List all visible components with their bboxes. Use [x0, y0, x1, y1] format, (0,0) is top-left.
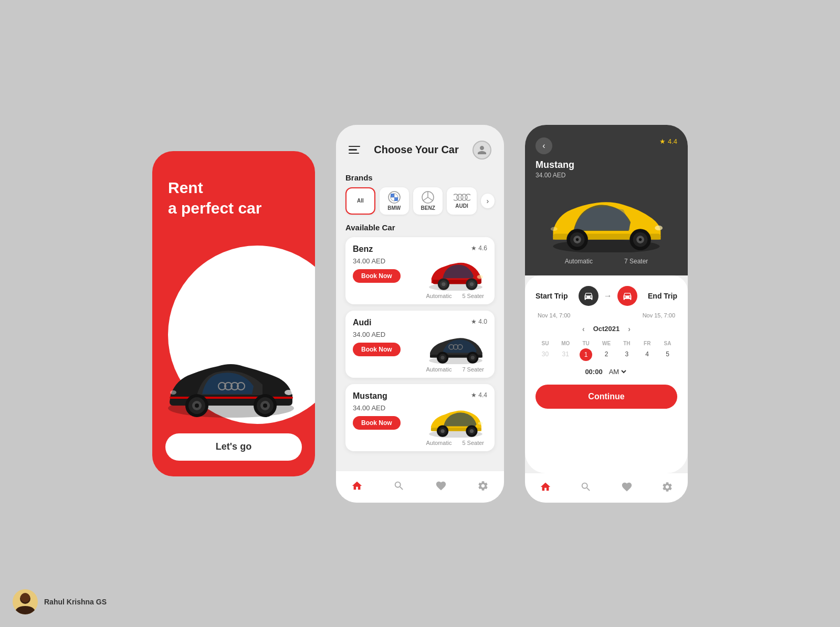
car-list-header: Choose Your Car	[336, 125, 504, 168]
bottom-nav-screen3	[525, 473, 688, 503]
benz-seats: 5 Seater	[462, 293, 484, 299]
cal-next-button[interactable]: ›	[628, 325, 631, 333]
svg-point-14	[285, 390, 293, 395]
heart-icon-3	[621, 481, 633, 493]
book-now-mustang[interactable]: Book Now	[353, 416, 401, 430]
svg-point-35	[470, 282, 474, 285]
ampm-select[interactable]: AM PM	[607, 367, 628, 376]
menu-line-3	[349, 153, 359, 154]
calendar-nav: ‹ Oct2021 ›	[536, 325, 677, 333]
svg-point-5	[195, 403, 199, 408]
cal-day-30[interactable]: 30	[536, 348, 555, 361]
cal-day-5[interactable]: 5	[658, 348, 677, 361]
detail-car-rating: ★ 4.4	[659, 137, 677, 145]
svg-rect-19	[394, 197, 398, 201]
brand-all-label: All	[357, 198, 364, 204]
car-price-audi: 34.00 AED	[353, 331, 401, 338]
car-rating-benz: ★4.6	[471, 245, 487, 252]
cal-day-2[interactable]: 2	[597, 348, 616, 361]
audi-transmission: Automatic	[426, 366, 452, 373]
nav-search-button[interactable]	[392, 479, 406, 493]
nav3-home-button[interactable]	[538, 480, 553, 494]
trip-dates-row: Nov 14, 7:00 Nov 15, 7:00	[536, 312, 677, 318]
nav3-search-button[interactable]	[579, 480, 593, 494]
detail-top-section: ‹ Mustang 34.00 AED ★ 4.4	[525, 125, 688, 275]
credit-section: Rahul Krishna GS	[13, 589, 107, 614]
cal-day-1[interactable]: 1	[580, 348, 592, 361]
lets-go-button[interactable]: Let's go	[165, 433, 302, 461]
continue-button[interactable]: Continue	[536, 385, 677, 409]
cal-day-3[interactable]: 3	[617, 348, 636, 361]
nav-home-button[interactable]	[350, 479, 364, 493]
nav-settings-button[interactable]	[476, 479, 490, 493]
svg-point-68	[551, 227, 558, 230]
car-image-audi	[424, 327, 487, 364]
brand-chip-audi[interactable]: AUDI	[447, 187, 476, 215]
svg-point-41	[440, 355, 444, 359]
brands-row: All BMW BENZ	[345, 187, 495, 215]
calendar-month: Oct2021	[593, 325, 620, 333]
cal-header-sa: SA	[658, 339, 677, 347]
lets-go-button-wrap: Let's go	[165, 433, 302, 461]
svg-point-32	[442, 282, 445, 285]
benz-transmission: Automatic	[426, 293, 452, 299]
star-icon: ★	[659, 137, 666, 145]
available-car-label: Available Car	[345, 223, 495, 232]
svg-point-44	[471, 355, 475, 359]
search-icon-3	[580, 481, 592, 493]
car-card-mustang: Mustang 34.00 AED Book Now ★4.4	[345, 384, 495, 451]
detail-transmission: Automatic	[565, 258, 593, 265]
car-rating-mustang: ★4.4	[471, 391, 487, 399]
brand-chip-benz[interactable]: BENZ	[413, 187, 443, 215]
mustang-transmission: Automatic	[426, 440, 452, 446]
credit-name: Rahul Krishna GS	[44, 598, 107, 606]
cal-header-fr: FR	[637, 339, 657, 347]
brand-benz-label: BENZ	[421, 205, 435, 211]
book-now-audi[interactable]: Book Now	[353, 343, 401, 356]
home-icon-3	[540, 481, 551, 493]
car-price-mustang: 34.00 AED	[353, 404, 401, 412]
car-name-mustang: Mustang	[353, 391, 401, 401]
nav-favorites-button[interactable]	[434, 479, 448, 493]
car-card-benz: Benz 34.00 AED Book Now ★4.6	[345, 237, 495, 304]
brand-audi-label: AUDI	[455, 203, 468, 209]
home-icon	[351, 480, 363, 492]
brand-chip-all[interactable]: All	[345, 187, 375, 215]
start-date: Nov 14, 7:00	[538, 312, 570, 318]
car-end-icon	[622, 291, 633, 301]
detail-car-specs: Automatic 7 Seater	[536, 258, 677, 265]
brands-next-button[interactable]: ›	[481, 194, 495, 208]
car-price-benz: 34.00 AED	[353, 257, 401, 265]
menu-button[interactable]	[349, 146, 360, 154]
end-date: Nov 15, 7:00	[643, 312, 675, 318]
settings-icon	[477, 480, 489, 492]
cal-day-4[interactable]: 4	[637, 348, 657, 361]
back-button[interactable]: ‹	[536, 137, 552, 154]
nav3-settings-button[interactable]	[660, 480, 675, 494]
book-now-benz[interactable]: Book Now	[353, 269, 401, 283]
cal-header-tu: TU	[576, 339, 596, 347]
detail-car-image	[536, 184, 677, 252]
car-rating-audi: ★4.0	[471, 318, 487, 325]
page-title: Choose Your Car	[374, 144, 459, 156]
trip-arrow-icon: →	[604, 291, 612, 301]
cal-header-mo: MO	[556, 339, 575, 347]
svg-point-9	[263, 403, 267, 408]
user-avatar[interactable]	[472, 141, 491, 160]
brand-bmw-label: BMW	[387, 205, 401, 211]
heart-icon	[435, 480, 447, 492]
svg-line-23	[428, 197, 433, 201]
brand-chip-bmw[interactable]: BMW	[380, 187, 409, 215]
cal-day-31[interactable]: 31	[556, 348, 575, 361]
screen-car-detail: ‹ Mustang 34.00 AED ★ 4.4	[525, 125, 688, 503]
end-trip-label: End Trip	[648, 292, 677, 300]
svg-point-55	[470, 429, 474, 432]
search-icon	[393, 480, 405, 492]
cal-prev-button[interactable]: ‹	[582, 325, 585, 333]
time-selector-row: 00:00 AM PM	[536, 367, 677, 376]
start-trip-icon	[579, 286, 598, 306]
cal-header-th: TH	[617, 339, 636, 347]
cal-header-we: WE	[597, 339, 616, 347]
svg-point-15	[170, 390, 176, 395]
nav3-favorites-button[interactable]	[620, 480, 634, 494]
